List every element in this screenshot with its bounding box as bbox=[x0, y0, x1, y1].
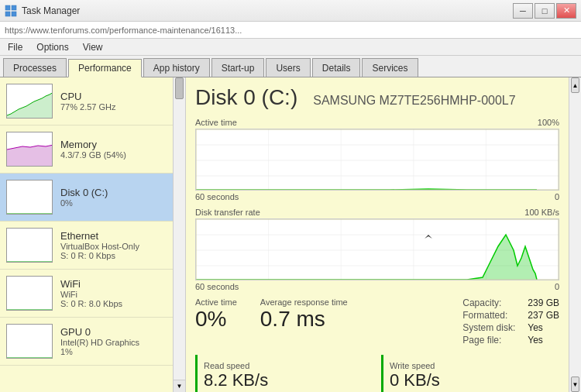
cpu-detail: 77% 2.57 GHz bbox=[60, 102, 116, 112]
ethernet-info: Ethernet VirtualBox Host-Only S: 0 R: 0 … bbox=[60, 230, 139, 260]
wifi-detail2: S: 0 R: 8.0 Kbps bbox=[60, 299, 122, 308]
scrollbar-down-arrow[interactable]: ▼ bbox=[174, 380, 185, 392]
tab-processes[interactable]: Processes bbox=[3, 58, 67, 77]
transfer-rate-max: 100 KB/s bbox=[524, 208, 559, 217]
ethernet-graph bbox=[6, 228, 53, 263]
wifi-info: WiFi WiFi S: 0 R: 8.0 Kbps bbox=[60, 278, 122, 308]
active-time-duration: 60 seconds bbox=[195, 192, 239, 201]
tab-performance[interactable]: Performance bbox=[68, 59, 142, 77]
address-bar: https://www.tenforums.com/performance-ma… bbox=[0, 22, 581, 39]
gpu0-detail: Intel(R) HD Graphics bbox=[60, 338, 139, 347]
page-file-value: Yes bbox=[528, 335, 559, 346]
transfer-rate-chart bbox=[195, 218, 559, 280]
wifi-name: WiFi bbox=[60, 278, 122, 290]
write-speed-value: 0 KB/s bbox=[390, 370, 553, 390]
active-time-chart bbox=[195, 129, 559, 191]
cpu-info: CPU 77% 2.57 GHz bbox=[60, 91, 116, 112]
active-time-max: 100% bbox=[538, 118, 559, 127]
write-speed-label: Write speed bbox=[390, 361, 553, 370]
ethernet-detail2: S: 0 R: 0 Kbps bbox=[60, 251, 139, 260]
tab-app-history[interactable]: App history bbox=[143, 58, 210, 77]
cpu-graph bbox=[6, 84, 53, 119]
disk0-info: Disk 0 (C:) 0% bbox=[60, 187, 108, 208]
wifi-detail: WiFi bbox=[60, 290, 122, 299]
right-stats: Capacity: 239 GB Formatted: 237 GB Syste… bbox=[462, 297, 559, 346]
svg-rect-10 bbox=[7, 229, 52, 262]
transfer-rate-time-row: 60 seconds 0 bbox=[195, 282, 559, 291]
menu-bar: File Options View bbox=[0, 39, 581, 56]
sidebar-item-gpu0[interactable]: GPU 0 Intel(R) HD Graphics 1% bbox=[0, 318, 173, 366]
avg-response-stat: Average response time 0.7 ms bbox=[260, 297, 348, 330]
menu-view[interactable]: View bbox=[80, 40, 106, 54]
sidebar-item-wifi[interactable]: WiFi WiFi S: 0 R: 8.0 Kbps bbox=[0, 270, 173, 318]
minimize-button[interactable]: ─ bbox=[513, 3, 533, 19]
active-time-stat-label: Active time bbox=[195, 297, 237, 307]
transfer-rate-label-row: Disk transfer rate 100 KB/s bbox=[195, 208, 559, 217]
gpu0-graph bbox=[6, 324, 53, 359]
svg-rect-3 bbox=[12, 12, 16, 16]
svg-rect-1 bbox=[12, 5, 16, 10]
system-disk-value: Yes bbox=[528, 322, 559, 333]
window-controls: ─ □ ✕ bbox=[513, 3, 576, 19]
stats-row: Active time 0% Average response time 0.7… bbox=[195, 297, 559, 346]
close-button[interactable]: ✕ bbox=[556, 3, 576, 19]
right-scrollbar-up[interactable]: ▲ bbox=[571, 77, 579, 93]
disk0-detail: 0% bbox=[60, 198, 108, 208]
memory-name: Memory bbox=[60, 139, 126, 150]
menu-file[interactable]: File bbox=[5, 40, 26, 54]
scrollbar-thumb[interactable] bbox=[175, 77, 184, 99]
active-time-stat-value: 0% bbox=[195, 308, 237, 330]
cpu-name: CPU bbox=[60, 91, 116, 102]
capacity-value: 239 GB bbox=[528, 297, 559, 308]
avg-response-value: 0.7 ms bbox=[260, 308, 348, 330]
main-content: CPU 77% 2.57 GHz Memory 4.3/7.9 GB (54%) bbox=[0, 77, 581, 392]
sidebar-item-memory[interactable]: Memory 4.3/7.9 GB (54%) bbox=[0, 126, 173, 174]
title-bar-left: Task Manager bbox=[5, 5, 80, 17]
disk-model: SAMSUNG MZ7TE256HMHP-000L7 bbox=[313, 94, 515, 108]
right-scrollbar-down[interactable]: ▼ bbox=[571, 377, 579, 392]
tab-services[interactable]: Services bbox=[362, 58, 418, 77]
page-file-label: Page file: bbox=[462, 335, 515, 346]
maximize-button[interactable]: □ bbox=[535, 3, 555, 19]
transfer-rate-duration: 60 seconds bbox=[195, 282, 239, 291]
memory-detail: 4.3/7.9 GB (54%) bbox=[60, 150, 126, 160]
svg-rect-0 bbox=[5, 5, 10, 10]
formatted-label: Formatted: bbox=[462, 310, 515, 321]
disk0-graph bbox=[6, 180, 53, 215]
sidebar-item-ethernet[interactable]: Ethernet VirtualBox Host-Only S: 0 R: 0 … bbox=[0, 222, 173, 270]
tab-bar: Processes Performance App history Start-… bbox=[0, 56, 581, 77]
read-speed-label: Read speed bbox=[204, 361, 367, 370]
active-time-zero: 0 bbox=[555, 192, 559, 201]
tab-details[interactable]: Details bbox=[312, 58, 361, 77]
tab-startup[interactable]: Start-up bbox=[211, 58, 265, 77]
ethernet-detail: VirtualBox Host-Only bbox=[60, 242, 139, 251]
menu-options[interactable]: Options bbox=[33, 40, 71, 54]
active-time-stat: Active time 0% bbox=[195, 297, 237, 330]
address-text: https://www.tenforums.com/performance-ma… bbox=[5, 26, 242, 35]
sidebar-scrollbar[interactable]: ▼ bbox=[173, 77, 185, 392]
transfer-rate-zero: 0 bbox=[555, 282, 559, 291]
right-panel: Disk 0 (C:) SAMSUNG MZ7TE256HMHP-000L7 A… bbox=[186, 77, 569, 392]
window-title: Task Manager bbox=[22, 5, 80, 16]
right-scrollbar[interactable]: ▲ ▼ bbox=[569, 77, 581, 392]
system-disk-label: System disk: bbox=[462, 322, 515, 333]
read-speed-item: Read speed 8.2 KB/s bbox=[195, 355, 373, 392]
title-bar: Task Manager ─ □ ✕ bbox=[0, 0, 581, 22]
sidebar-item-disk0[interactable]: Disk 0 (C:) 0% bbox=[0, 174, 173, 222]
transfer-rate-label: Disk transfer rate bbox=[195, 208, 260, 217]
gpu0-info: GPU 0 Intel(R) HD Graphics 1% bbox=[60, 326, 139, 356]
wifi-graph bbox=[6, 276, 53, 311]
svg-rect-16 bbox=[196, 129, 559, 190]
app-icon bbox=[5, 5, 17, 17]
memory-graph bbox=[6, 132, 53, 167]
svg-rect-8 bbox=[7, 181, 52, 214]
speed-section: Read speed 8.2 KB/s Write speed 0 KB/s bbox=[195, 355, 559, 392]
tab-users[interactable]: Users bbox=[266, 58, 310, 77]
capacity-label: Capacity: bbox=[462, 297, 515, 308]
transfer-rate-section: Disk transfer rate 100 KB/s bbox=[195, 208, 559, 291]
sidebar-item-cpu[interactable]: CPU 77% 2.57 GHz bbox=[0, 77, 173, 126]
active-time-section: Active time 100% bbox=[195, 118, 559, 201]
active-time-label: Active time bbox=[195, 118, 237, 127]
active-time-label-row: Active time 100% bbox=[195, 118, 559, 127]
sidebar: CPU 77% 2.57 GHz Memory 4.3/7.9 GB (54%) bbox=[0, 77, 186, 392]
